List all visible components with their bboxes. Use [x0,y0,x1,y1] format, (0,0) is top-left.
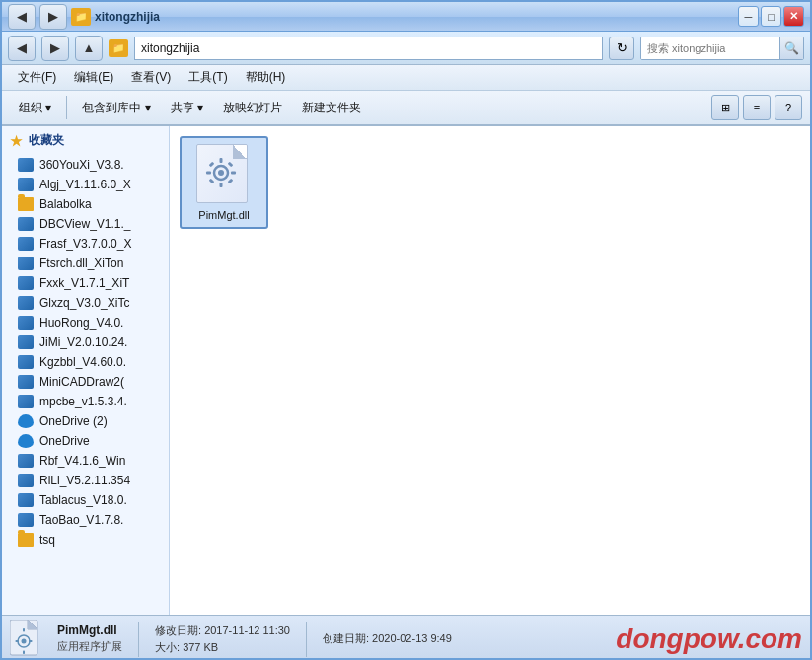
view-details-button[interactable]: ≡ [743,95,771,120]
nav-forward-button[interactable]: ▶ [41,36,69,61]
app-icon-10 [18,355,34,369]
content-area: PimMgt.dll [170,126,810,615]
app-icon-1 [18,178,34,191]
svg-rect-16 [23,650,25,654]
help-button[interactable]: ? [775,95,802,120]
status-meta-modified: 修改日期: 2017-11-12 11:30 大小: 377 KB [155,623,290,655]
svg-rect-2 [220,158,223,163]
status-divider-1 [138,622,139,657]
svg-rect-5 [231,172,236,175]
address-input[interactable] [134,37,603,60]
sidebar-item-0[interactable]: 360YouXi_V3.8. [2,155,169,175]
svg-point-1 [218,170,224,176]
sidebar-item-7[interactable]: Glxzq_V3.0_XiTc [2,293,169,313]
sidebar-item-16[interactable]: RiLi_V5.2.11.354 [2,471,169,490]
sidebar-item-2[interactable]: Balabolka [2,194,169,214]
app-icon-7 [18,296,34,310]
address-bar: ◀ ▶ ▲ 📁 ↻ 🔍 [2,32,810,65]
file-name: PimMgt.dll [198,209,249,221]
svg-rect-18 [29,640,33,642]
sidebar-item-10[interactable]: Kgzbbl_V4.60.0. [2,352,169,372]
status-file-icon [10,620,45,659]
app-icon-18 [18,513,34,527]
menu-bar: 文件(F) 编辑(E) 查看(V) 工具(T) 帮助(H) [2,65,810,91]
sidebar: ★ 收藏夹 360YouXi_V3.8. Algj_V1.11.6.0_X Ba… [2,126,170,615]
menu-edit[interactable]: 编辑(E) [66,67,121,88]
svg-point-14 [22,638,27,643]
sidebar-item-6[interactable]: Fxxk_V1.7.1_XiT [2,273,169,293]
new-folder-button[interactable]: 新建文件夹 [293,94,370,121]
slideshow-button[interactable]: 放映幻灯片 [214,94,291,121]
search-box: 🔍 [640,37,804,60]
menu-tools[interactable]: 工具(T) [181,67,235,88]
sidebar-header: ★ 收藏夹 [2,126,169,155]
status-meta-created: 创建日期: 2020-02-13 9:49 [323,631,452,646]
folder-icon: 📁 [71,8,91,26]
search-button[interactable]: 🔍 [779,37,803,60]
sidebar-item-14[interactable]: OneDrive [2,431,169,451]
status-size-label: 大小: 377 KB [155,640,290,655]
share-button[interactable]: 共享 ▾ [162,94,212,121]
maximize-button[interactable]: □ [761,6,781,27]
window-controls: ─ □ ✕ [738,6,804,27]
address-folder-icon: 📁 [109,39,128,57]
sidebar-item-12[interactable]: mpcbe_v1.5.3.4. [2,392,169,411]
search-input[interactable] [641,37,779,59]
toolbar: 组织 ▾ 包含到库中 ▾ 共享 ▾ 放映幻灯片 新建文件夹 ⊞ ≡ ? [2,91,810,126]
back-button[interactable]: ◀ [8,4,36,30]
svg-rect-7 [228,162,234,168]
refresh-button[interactable]: ↻ [609,37,634,60]
app-icon-11 [18,375,34,389]
status-divider-2 [306,622,307,657]
window-title: xitongzhijia [95,10,160,24]
sidebar-item-5[interactable]: Ftsrch.dll_XiTon [2,254,169,273]
sidebar-item-9[interactable]: JiMi_V2.0.10.24. [2,332,169,352]
toolbar-right: ⊞ ≡ ? [711,95,802,120]
app-icon-4 [18,237,34,251]
toolbar-sep-1 [66,96,67,119]
status-info: PimMgt.dll 应用程序扩展 [57,623,122,654]
sidebar-item-11[interactable]: MiniCADDraw2( [2,372,169,392]
menu-file[interactable]: 文件(F) [10,67,64,88]
status-modified-label-date: 修改日期: 2017-11-12 11:30 [155,623,290,638]
sidebar-item-15[interactable]: Rbf_V4.1.6_Win [2,451,169,471]
view-toggle-button[interactable]: ⊞ [711,95,739,120]
menu-help[interactable]: 帮助(H) [238,67,294,88]
onedrive-icon-14 [18,434,34,448]
sidebar-item-8[interactable]: HuoRong_V4.0. [2,313,169,332]
menu-view[interactable]: 查看(V) [123,67,179,88]
svg-rect-15 [23,628,25,632]
status-created-label-date: 创建日期: 2020-02-13 9:49 [323,631,452,646]
sidebar-item-17[interactable]: Tablacus_V18.0. [2,490,169,510]
close-button[interactable]: ✕ [783,6,804,27]
sidebar-item-3[interactable]: DBCView_V1.1._ [2,214,169,234]
app-icon-3 [18,217,34,231]
sidebar-item-4[interactable]: Frasf_V3.7.0.0_X [2,234,169,254]
star-icon: ★ [10,133,23,149]
organize-button[interactable]: 组织 ▾ [10,94,60,121]
forward-button[interactable]: ▶ [39,4,67,30]
file-item-pimmgt[interactable]: PimMgt.dll [180,136,268,229]
svg-rect-4 [206,172,211,175]
status-file-name: PimMgt.dll [57,623,122,637]
status-bar: PimMgt.dll 应用程序扩展 修改日期: 2017-11-12 11:30… [2,615,810,660]
app-icon-15 [18,454,34,468]
sidebar-item-13[interactable]: OneDrive (2) [2,411,169,431]
dll-icon-paper [196,144,248,203]
app-icon-0 [18,158,34,172]
app-icon-12 [18,395,34,408]
minimize-button[interactable]: ─ [738,6,759,27]
include-library-button[interactable]: 包含到库中 ▾ [73,94,159,121]
nav-up-button[interactable]: ▲ [75,36,103,61]
app-icon-16 [18,474,34,487]
title-bar-left: ◀ ▶ 📁 xitongzhijia [8,4,738,30]
sidebar-item-19[interactable]: tsq [2,530,169,550]
svg-rect-9 [228,179,234,184]
sidebar-item-1[interactable]: Algj_V1.11.6.0_X [2,175,169,194]
gear-icon [203,155,239,190]
app-icon-6 [18,276,34,290]
sidebar-item-18[interactable]: TaoBao_V1.7.8. [2,510,169,530]
nav-back-button[interactable]: ◀ [8,36,36,61]
dll-file-icon [196,144,252,205]
app-icon-8 [18,316,34,330]
